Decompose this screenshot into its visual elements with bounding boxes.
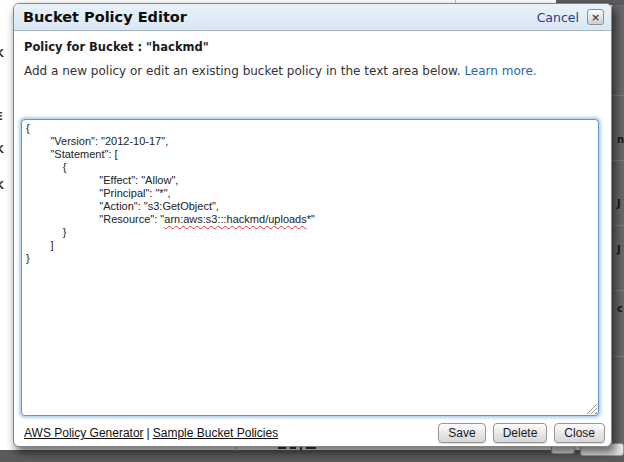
dialog-description: Add a new policy or edit an existing buc… xyxy=(24,64,601,78)
spellcheck-squiggle-text: arn:aws:s3:::hackmd/uploads xyxy=(164,213,306,225)
learn-more-link[interactable]: Learn more. xyxy=(464,64,536,78)
background-row-divider xyxy=(612,95,624,96)
background-row-divider xyxy=(612,160,624,161)
dialog-footer: AWS Policy Generator|Sample Bucket Polic… xyxy=(24,422,605,444)
policy-line: { xyxy=(26,122,594,135)
background-text-fragment xyxy=(290,447,296,449)
description-text: Add a new policy or edit an existing buc… xyxy=(24,64,461,78)
resource-prefix: "Resource": " xyxy=(26,213,164,225)
background-text-fragment: K xyxy=(0,180,4,191)
close-icon[interactable]: × xyxy=(587,9,604,25)
policy-line: { xyxy=(26,161,594,174)
background-text-fragment xyxy=(306,447,316,449)
policy-line: } xyxy=(26,252,594,265)
delete-button[interactable]: Delete xyxy=(493,423,548,443)
policy-line: "Action": "s3:GetObject", xyxy=(26,200,594,213)
resize-handle-icon[interactable] xyxy=(586,403,597,414)
cancel-link[interactable]: Cancel xyxy=(537,10,579,25)
background-text-fragment: K xyxy=(0,144,4,155)
policy-line: "Principal": "*", xyxy=(26,187,594,200)
dialog-header: Bucket Policy Editor Cancel × xyxy=(14,4,611,31)
background-bottom-panel xyxy=(0,450,624,462)
dialog-buttons: Save Delete Close xyxy=(438,423,605,443)
resource-suffix: *" xyxy=(307,213,315,225)
background-text-fragment: c xyxy=(617,303,624,314)
policy-line: "Version": "2012-10-17", xyxy=(26,135,594,148)
save-button[interactable]: Save xyxy=(438,423,485,443)
background-right-panel xyxy=(612,0,624,462)
link-separator: | xyxy=(144,426,153,440)
background-text-fragment: E xyxy=(0,111,3,122)
policy-for-bucket-label: Policy for Bucket : "hackmd" xyxy=(24,40,601,54)
bucket-policy-editor-dialog: Bucket Policy Editor Cancel × Policy for… xyxy=(13,3,612,447)
policy-line: "Statement": [ xyxy=(26,148,594,161)
policy-line: "Effect": "Allow", xyxy=(26,174,594,187)
sample-bucket-policies-link[interactable]: Sample Bucket Policies xyxy=(153,426,278,440)
dialog-title: Bucket Policy Editor xyxy=(23,9,187,25)
policy-line-resource: "Resource": "arn:aws:s3:::hackmd/uploads… xyxy=(26,213,594,226)
policy-textarea[interactable]: { "Version": "2012-10-17", "Statement": … xyxy=(21,119,599,416)
background-row-divider xyxy=(612,225,624,226)
close-button[interactable]: Close xyxy=(554,423,605,443)
policy-line: ] xyxy=(26,239,594,252)
aws-policy-generator-link[interactable]: AWS Policy Generator xyxy=(24,426,144,440)
policy-line: } xyxy=(26,226,594,239)
background-text-fragment: n xyxy=(617,134,624,145)
background-text-fragment: J xyxy=(617,198,624,209)
background-text-fragment: K xyxy=(0,48,4,59)
footer-links: AWS Policy Generator|Sample Bucket Polic… xyxy=(24,426,278,440)
background-row-divider xyxy=(612,290,624,291)
dialog-header-controls: Cancel × xyxy=(537,9,604,25)
background-row-divider xyxy=(612,356,624,357)
background-text-fragment: J xyxy=(617,244,624,255)
